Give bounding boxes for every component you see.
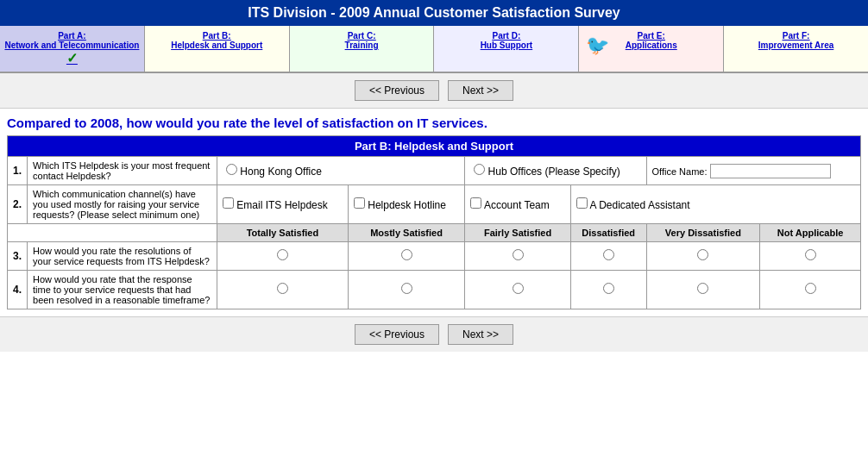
q3-radio-very-dissatisfied[interactable] bbox=[697, 249, 708, 260]
top-nav-buttons: << Previous Next >> bbox=[0, 73, 868, 109]
office-name-input[interactable] bbox=[710, 164, 831, 178]
q2-option-hotline[interactable]: Helpdesk Hotline bbox=[348, 185, 464, 224]
part-c-label: Part C: bbox=[293, 31, 431, 41]
part-a-sub: Network and Telecommunication bbox=[3, 41, 141, 50]
q4-radio-mostly[interactable] bbox=[401, 283, 412, 294]
q3-very-dissatisfied[interactable] bbox=[646, 242, 760, 271]
empty-header bbox=[8, 224, 217, 242]
q4-radio-totally[interactable] bbox=[277, 283, 288, 294]
survey-table: Part B: Helpdesk and Support 1. Which IT… bbox=[7, 135, 861, 309]
q1-radio-hub[interactable] bbox=[474, 164, 485, 175]
q4-num: 4. bbox=[8, 271, 28, 309]
q3-radio-dissatisfied[interactable] bbox=[603, 249, 614, 260]
table-row: 1. Which ITS Helpdesk is your most frequ… bbox=[8, 157, 861, 185]
q2-check-email[interactable] bbox=[223, 197, 234, 209]
q4-text: How would you rate that the response tim… bbox=[28, 271, 217, 309]
table-row: 4. How would you rate that the response … bbox=[8, 271, 861, 309]
q1-radio-hk[interactable] bbox=[226, 164, 237, 175]
part-a-nav[interactable]: Part A: Network and Telecommunication ✓ bbox=[0, 26, 145, 72]
q3-dissatisfied[interactable] bbox=[570, 242, 646, 271]
next-button-top[interactable]: Next >> bbox=[448, 80, 513, 101]
main-question: Compared to 2008, how would you rate the… bbox=[7, 116, 861, 130]
q1-option-hub[interactable]: Hub Offices (Please Specify) bbox=[465, 157, 646, 185]
q4-very-dissatisfied[interactable] bbox=[646, 271, 760, 309]
part-d-sub: Hub Support bbox=[437, 41, 575, 50]
q2-check-hotline[interactable] bbox=[354, 197, 365, 209]
part-b-nav[interactable]: Part B: Helpdesk and Support bbox=[145, 26, 290, 72]
q4-radio-dissatisfied[interactable] bbox=[603, 283, 614, 294]
q4-fairly[interactable] bbox=[465, 271, 571, 309]
q1-text: Which ITS Helpdesk is your most frequent… bbox=[28, 157, 217, 185]
q4-dissatisfied[interactable] bbox=[570, 271, 646, 309]
bottom-nav-buttons: << Previous Next >> bbox=[0, 316, 868, 352]
office-name-label: Office Name: bbox=[652, 166, 708, 177]
q3-radio-na[interactable] bbox=[805, 249, 816, 260]
q1-office-field: Office Name: bbox=[646, 157, 860, 185]
table-row: 3. How would you rate the resolutions of… bbox=[8, 242, 861, 271]
q1-option-hk[interactable]: Hong Kong Office bbox=[217, 157, 465, 185]
q2-option-account[interactable]: Account Team bbox=[465, 185, 571, 224]
next-button-bottom[interactable]: Next >> bbox=[448, 324, 513, 345]
q3-radio-mostly[interactable] bbox=[401, 249, 412, 260]
q3-num: 3. bbox=[8, 242, 28, 271]
bird-icon: 🐦 bbox=[586, 34, 609, 57]
q3-mostly[interactable] bbox=[348, 242, 464, 271]
table-row: 2. Which communication channel(s) have y… bbox=[8, 185, 861, 224]
q3-totally[interactable] bbox=[217, 242, 349, 271]
rating-totally: Totally Satisfied bbox=[217, 224, 349, 242]
part-a-checkmark: ✓ bbox=[3, 50, 141, 66]
part-f-sub: Improvement Area bbox=[727, 41, 865, 50]
rating-dissatisfied: Dissatisfied bbox=[570, 224, 646, 242]
parts-navigation: Part A: Network and Telecommunication ✓ … bbox=[0, 26, 868, 73]
part-d-label: Part D: bbox=[437, 31, 575, 41]
q4-radio-very-dissatisfied[interactable] bbox=[697, 283, 708, 294]
part-e-nav[interactable]: Part E: 🐦 Applications bbox=[579, 26, 724, 72]
q2-text: Which communication channel(s) have you … bbox=[28, 185, 217, 224]
part-f-nav[interactable]: Part F: Improvement Area bbox=[724, 26, 868, 72]
q4-totally[interactable] bbox=[217, 271, 349, 309]
rating-na: Not Applicable bbox=[760, 224, 861, 242]
part-b-sub: Helpdesk and Support bbox=[148, 41, 286, 50]
header-title: ITS Division - 2009 Annual Customer Sati… bbox=[248, 5, 620, 20]
part-c-sub: Training bbox=[293, 41, 431, 50]
part-a-label: Part A: bbox=[3, 31, 141, 41]
q3-fairly[interactable] bbox=[465, 242, 571, 271]
q3-na[interactable] bbox=[760, 242, 861, 271]
part-b-label: Part B: bbox=[148, 31, 286, 41]
q3-radio-fairly[interactable] bbox=[513, 249, 524, 260]
q2-option-email[interactable]: Email ITS Helpdesk bbox=[217, 185, 349, 224]
q2-num: 2. bbox=[8, 185, 28, 224]
part-f-label: Part F: bbox=[727, 31, 865, 41]
main-content: Compared to 2008, how would you rate the… bbox=[0, 109, 868, 316]
rating-header-row: Totally Satisfied Mostly Satisfied Fairl… bbox=[8, 224, 861, 242]
q3-text: How would you rate the resolutions of yo… bbox=[28, 242, 217, 271]
q2-option-dedicated[interactable]: A Dedicated Assistant bbox=[570, 185, 860, 224]
previous-button-bottom[interactable]: << Previous bbox=[355, 324, 439, 345]
q3-radio-totally[interactable] bbox=[277, 249, 288, 260]
part-d-nav[interactable]: Part D: Hub Support bbox=[434, 26, 579, 72]
q4-radio-na[interactable] bbox=[805, 283, 816, 294]
rating-mostly: Mostly Satisfied bbox=[348, 224, 464, 242]
q2-check-account[interactable] bbox=[470, 197, 481, 209]
previous-button-top[interactable]: << Previous bbox=[355, 80, 439, 101]
q1-num: 1. bbox=[8, 157, 28, 185]
q4-na[interactable] bbox=[760, 271, 861, 309]
q4-radio-fairly[interactable] bbox=[513, 283, 524, 294]
q4-mostly[interactable] bbox=[348, 271, 464, 309]
part-c-nav[interactable]: Part C: Training bbox=[290, 26, 435, 72]
q2-check-dedicated[interactable] bbox=[576, 197, 588, 209]
rating-very-dissatisfied: Very Dissatisfied bbox=[646, 224, 760, 242]
rating-fairly: Fairly Satisfied bbox=[465, 224, 571, 242]
section-header: Part B: Helpdesk and Support bbox=[8, 136, 861, 157]
page-header: ITS Division - 2009 Annual Customer Sati… bbox=[0, 0, 868, 26]
